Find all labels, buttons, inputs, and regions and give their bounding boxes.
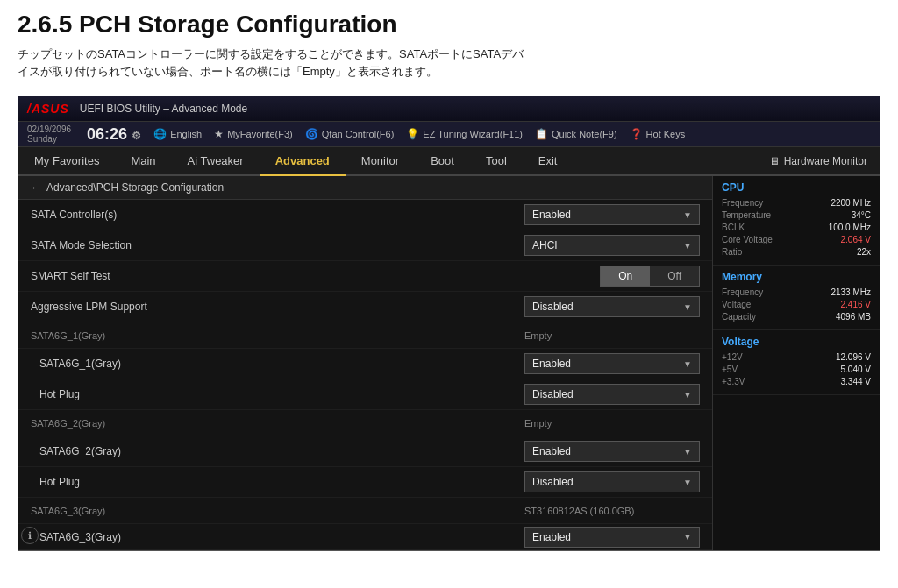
bios-language[interactable]: 🌐 English xyxy=(153,128,202,140)
aggressive-lpm-label: Aggressive LPM Support xyxy=(31,301,524,313)
cpu-ratio-row: Ratio 22x xyxy=(722,247,871,257)
bios-infobar: 02/19/2096 Sunday 06:26 ⚙ 🌐 English ★ My… xyxy=(18,122,880,147)
voltage-title: Voltage xyxy=(722,336,871,348)
bios-time: 06:26 ⚙ xyxy=(87,125,141,144)
bios-qfan[interactable]: 🌀 Qfan Control(F6) xyxy=(305,128,395,140)
cpu-frequency-label: Frequency xyxy=(722,198,763,208)
sata6g3-enable-label: SATA6G_3(Gray) xyxy=(39,531,524,543)
sata6g2-section-row: SATA6G_2(Gray) Empty xyxy=(18,410,712,436)
sata-controllers-dropdown[interactable]: Enabled ▼ xyxy=(524,204,700,225)
sata-mode-row: SATA Mode Selection AHCI ▼ xyxy=(18,230,712,261)
hotplug1-label: Hot Plug xyxy=(39,388,524,400)
cpu-frequency-row: Frequency 2200 MHz xyxy=(722,198,871,208)
light-icon: 💡 xyxy=(406,128,419,140)
sata6g2-enable-row: SATA6G_2(Gray) Enabled ▼ xyxy=(18,436,712,467)
cpu-title: CPU xyxy=(722,181,871,194)
hotplug1-row: Hot Plug Disabled ▼ xyxy=(18,379,712,410)
nav-ai-tweaker[interactable]: Ai Tweaker xyxy=(172,147,260,176)
cpu-bclk-label: BCLK xyxy=(722,223,745,232)
sata6g1-enable-row: SATA6G_1(Gray) Enabled ▼ xyxy=(18,349,712,379)
sata6g3-section-row: SATA6G_3(Gray) ST3160812AS (160.0GB) xyxy=(18,498,712,524)
hotplug2-label: Hot Plug xyxy=(39,476,524,488)
fan-icon: 🌀 xyxy=(305,128,318,140)
sata-controllers-label: SATA Controller(s) xyxy=(31,209,524,221)
gear-icon[interactable]: ⚙ xyxy=(132,130,141,142)
sata6g3-section-value: ST3160812AS (160.0GB) xyxy=(524,506,700,516)
voltage-33v-value: 3.344 V xyxy=(841,377,871,386)
sata6g1-section-label: SATA6G_1(Gray) xyxy=(31,330,524,341)
sata6g2-section-label: SATA6G_2(Gray) xyxy=(31,418,524,429)
bios-container: /ASUS UEFI BIOS Utility – Advanced Mode … xyxy=(18,96,880,551)
chevron-down-icon: ▼ xyxy=(683,447,692,457)
sata6g2-section-value: Empty xyxy=(524,418,700,429)
voltage-33v-row: +3.3V 3.344 V xyxy=(722,377,871,386)
memory-capacity-value: 4096 MB xyxy=(836,312,871,322)
memory-title: Memory xyxy=(722,271,871,283)
hotplug2-row: Hot Plug Disabled ▼ xyxy=(18,467,712,498)
chevron-down-icon: ▼ xyxy=(683,478,692,487)
help-icon: ❓ xyxy=(630,128,643,140)
cpu-ratio-value: 22x xyxy=(857,247,871,257)
bios-quicknote[interactable]: 📋 Quick Note(F9) xyxy=(535,128,617,140)
cpu-core-voltage-label: Core Voltage xyxy=(722,235,773,244)
monitor-icon: 🖥 xyxy=(769,155,780,167)
page-description: チップセットのSATAコントローラーに関する設定をすることができます。SATAポ… xyxy=(18,46,880,80)
bios-hotkeys[interactable]: ❓ Hot Keys xyxy=(630,128,686,140)
hardware-monitor-panel: CPU Frequency 2200 MHz Temperature 34°C … xyxy=(713,176,880,550)
chevron-down-icon: ▼ xyxy=(683,359,692,369)
back-arrow-icon[interactable]: ← xyxy=(31,181,41,194)
bios-nav: My Favorites Main Ai Tweaker Advanced Mo… xyxy=(18,147,880,176)
memory-voltage-row: Voltage 2.416 V xyxy=(722,300,871,309)
voltage-block: Voltage +12V 12.096 V +5V 5.040 V +3.3V … xyxy=(713,330,880,395)
cpu-temperature-value: 34°C xyxy=(852,210,871,220)
chevron-down-icon: ▼ xyxy=(683,302,692,312)
memory-capacity-row: Capacity 4096 MB xyxy=(722,312,871,322)
bios-mode-title: UEFI BIOS Utility – Advanced Mode xyxy=(80,103,247,115)
hotplug1-dropdown[interactable]: Disabled ▼ xyxy=(524,384,700,405)
cpu-voltage-row: Core Voltage 2.064 V xyxy=(722,235,871,244)
sata6g2-enable-dropdown[interactable]: Enabled ▼ xyxy=(524,441,700,462)
sata6g3-enable-dropdown[interactable]: Enabled ▼ xyxy=(524,527,700,548)
aggressive-lpm-row: Aggressive LPM Support Disabled ▼ xyxy=(18,292,712,322)
nav-main[interactable]: Main xyxy=(115,147,171,176)
page-header: 2.6.5 PCH Storage Configuration チップセットのS… xyxy=(0,0,898,96)
bios-myfavorite[interactable]: ★ MyFavorite(F3) xyxy=(214,128,293,140)
toggle-off-button[interactable]: Off xyxy=(650,266,699,286)
toggle-on-button[interactable]: On xyxy=(601,266,650,286)
nav-boot[interactable]: Boot xyxy=(415,147,470,176)
sata6g1-enable-dropdown[interactable]: Enabled ▼ xyxy=(524,353,700,374)
info-icon[interactable]: ℹ xyxy=(21,527,39,544)
breadcrumb: ← Advanced\PCH Storage Configuration xyxy=(18,176,712,200)
chevron-down-icon: ▼ xyxy=(683,210,692,220)
sata6g1-enable-label: SATA6G_1(Gray) xyxy=(39,358,524,370)
voltage-5v-value: 5.040 V xyxy=(841,365,871,374)
memory-voltage-label: Voltage xyxy=(722,300,751,309)
star-icon: ★ xyxy=(214,128,224,140)
bios-settings-panel: ← Advanced\PCH Storage Configuration SAT… xyxy=(18,176,713,550)
sata-mode-dropdown[interactable]: AHCI ▼ xyxy=(524,235,700,256)
sata6g1-section-row: SATA6G_1(Gray) Empty xyxy=(18,322,712,349)
nav-tool[interactable]: Tool xyxy=(470,147,523,176)
aggressive-lpm-dropdown[interactable]: Disabled ▼ xyxy=(524,296,700,317)
globe-icon: 🌐 xyxy=(153,128,167,140)
memory-frequency-row: Frequency 2133 MHz xyxy=(722,287,871,297)
nav-exit[interactable]: Exit xyxy=(523,147,574,176)
chevron-down-icon: ▼ xyxy=(683,390,692,400)
cpu-bclk-value: 100.0 MHz xyxy=(829,223,871,232)
bios-eztuning[interactable]: 💡 EZ Tuning Wizard(F11) xyxy=(406,128,523,140)
smart-self-test-toggle[interactable]: On Off xyxy=(600,266,700,287)
chevron-down-icon: ▼ xyxy=(683,532,692,542)
voltage-33v-label: +3.3V xyxy=(722,377,745,386)
nav-advanced[interactable]: Advanced xyxy=(260,147,346,176)
hardware-monitor-title: 🖥 Hardware Monitor xyxy=(757,148,880,174)
hotplug2-dropdown[interactable]: Disabled ▼ xyxy=(524,471,700,492)
nav-monitor[interactable]: Monitor xyxy=(346,147,415,176)
nav-my-favorites[interactable]: My Favorites xyxy=(18,147,115,176)
memory-frequency-value: 2133 MHz xyxy=(830,287,871,297)
voltage-12v-label: +12V xyxy=(722,352,743,362)
bios-logo: /ASUS xyxy=(27,102,69,116)
nav-right: 🖥 Hardware Monitor xyxy=(757,147,880,174)
voltage-5v-label: +5V xyxy=(722,365,738,374)
smart-self-test-row: SMART Self Test On Off xyxy=(18,261,712,292)
cpu-bclk-row: BCLK 100.0 MHz xyxy=(722,223,871,232)
